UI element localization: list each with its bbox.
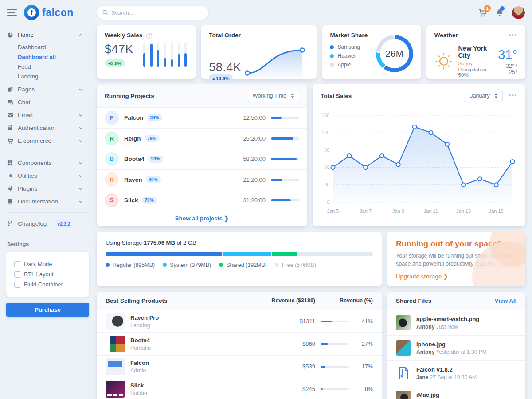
working-time-select[interactable]: Working Time bbox=[248, 90, 299, 102]
market-share-donut: 26M bbox=[376, 35, 413, 72]
code-branch-icon bbox=[6, 220, 14, 227]
chevron-down-icon bbox=[78, 174, 83, 178]
weekly-sales-badge: +3.5% bbox=[105, 59, 125, 67]
cart-button[interactable]: 1 bbox=[478, 8, 488, 18]
month-select[interactable]: January bbox=[465, 90, 502, 102]
product-progressbar bbox=[321, 388, 349, 390]
purchase-button[interactable]: Purchase bbox=[6, 303, 89, 317]
storage-summary: Using Storage 1775.06 MB of 2 GB bbox=[106, 239, 373, 246]
product-thumbnail bbox=[106, 313, 125, 330]
ellipsis-menu-icon[interactable]: ••• bbox=[509, 94, 517, 97]
sidebar-item-utilities[interactable]: Utilities bbox=[6, 169, 95, 182]
legend-dot bbox=[219, 263, 223, 267]
sidebar-item-authentication[interactable]: Authentication bbox=[6, 121, 95, 134]
app-root: f falcon Home Dashboard Dashboard alt Fe… bbox=[0, 0, 532, 399]
svg-text:90: 90 bbox=[324, 147, 329, 153]
project-row: S Slick70% 31:20:00 bbox=[97, 190, 307, 211]
top-bar: 1 bbox=[97, 0, 525, 25]
file-row[interactable]: iMac.jpg Rowen 23 Sep at 6:10 PM bbox=[387, 386, 525, 399]
sidebar-item-dashboard[interactable]: Dashboard bbox=[18, 42, 95, 52]
sidebar-item-landing[interactable]: Landing bbox=[18, 71, 95, 81]
total-order-title: Total Order bbox=[209, 32, 309, 39]
envelope-icon bbox=[6, 112, 14, 119]
file-name: Falcon v1.8.2 bbox=[416, 366, 477, 373]
upgrade-storage-link[interactable]: Upgrade storage ❯ bbox=[396, 273, 448, 280]
legend-dot bbox=[106, 263, 110, 267]
sidebar-item-feed[interactable]: Feed bbox=[18, 62, 95, 71]
show-all-projects-link[interactable]: Show all projects ❯ bbox=[175, 215, 229, 222]
product-pct: 8% bbox=[354, 386, 373, 392]
svg-text:150: 150 bbox=[321, 113, 329, 118]
product-name[interactable]: Slick bbox=[130, 382, 148, 389]
running-projects-card: Running Projects Working Time F Falcon38… bbox=[97, 84, 307, 226]
svg-text:120: 120 bbox=[321, 130, 329, 135]
legend-item: Samsung bbox=[330, 43, 368, 51]
sidebar-item-ecommerce[interactable]: E commerce bbox=[6, 134, 95, 147]
svg-text:Jan 13: Jan 13 bbox=[456, 208, 471, 214]
market-share-title: Market Share bbox=[330, 32, 368, 39]
weekly-sales-title: Weekly Sales bbox=[105, 32, 142, 39]
view-all-link[interactable]: View All bbox=[495, 297, 516, 304]
weekly-sales-card: Weekly Sales ? $47K +3.5% bbox=[97, 25, 196, 79]
legend-item: Shared (192MB) bbox=[219, 262, 267, 268]
product-name[interactable]: Boots4 bbox=[130, 337, 151, 344]
total-sales-chart: 0306090120150Jan 5Jan 7Jan 9Jan 11Jan 13… bbox=[313, 107, 525, 219]
sidebar-item-documentation[interactable]: Documentation bbox=[6, 195, 95, 208]
sidebar-item-email[interactable]: Email bbox=[6, 109, 95, 121]
product-pct: 27% bbox=[354, 341, 373, 347]
svg-text:60: 60 bbox=[324, 164, 329, 170]
sidebar-item-changelog[interactable]: Changelog v2.3.2 bbox=[6, 217, 95, 230]
search-input[interactable] bbox=[97, 5, 209, 20]
flame-icon bbox=[6, 172, 14, 179]
legend-item: Apple bbox=[330, 60, 368, 69]
project-time: 12:50:00 bbox=[243, 114, 266, 121]
sidebar-item-chat[interactable]: Chat bbox=[6, 96, 95, 109]
fluid-container-label: Fluid Container bbox=[24, 281, 63, 288]
total-order-value: 58.4K bbox=[209, 61, 241, 74]
book-icon bbox=[6, 198, 14, 205]
rtl-layout-checkbox[interactable] bbox=[14, 271, 20, 278]
svg-text:Jan 15: Jan 15 bbox=[489, 208, 504, 214]
project-progress-badge: 79% bbox=[145, 135, 160, 142]
notifications-button[interactable] bbox=[495, 8, 504, 17]
file-row[interactable]: apple-smart-watch.png Antony Just Now bbox=[387, 310, 525, 335]
middle-row: Running Projects Working Time F Falcon38… bbox=[97, 84, 525, 226]
user-avatar[interactable] bbox=[512, 6, 525, 20]
product-progressbar bbox=[321, 321, 349, 322]
sort-arrows-icon bbox=[494, 93, 498, 98]
help-icon[interactable]: ? bbox=[146, 33, 152, 39]
project-progressbar bbox=[271, 158, 299, 160]
hamburger-menu-icon[interactable] bbox=[7, 9, 17, 16]
plug-icon bbox=[6, 185, 14, 192]
sidebar-item-home[interactable]: Home bbox=[6, 28, 95, 41]
file-row[interactable]: Falcon v1.8.2 Jane 27 Sep at 10:30 AM bbox=[387, 360, 525, 386]
chevron-down-icon bbox=[78, 126, 83, 130]
sidebar-item-components[interactable]: Components bbox=[6, 156, 95, 169]
dark-mode-checkbox[interactable] bbox=[14, 261, 20, 267]
file-name: iphone.jpg bbox=[416, 341, 487, 348]
legend-item: Regular (895MB) bbox=[106, 262, 155, 268]
product-name[interactable]: Raven Pro bbox=[130, 314, 159, 321]
version-badge: v2.3.2 bbox=[54, 220, 73, 228]
lock-icon bbox=[6, 125, 14, 131]
legend-item: System (379MB) bbox=[163, 262, 211, 268]
dark-mode-label: Dark Mode bbox=[24, 261, 52, 267]
product-row: Falcon Admin $539 17% bbox=[97, 355, 382, 378]
project-avatar: R bbox=[105, 172, 119, 187]
svg-text:Jan 9: Jan 9 bbox=[392, 208, 404, 214]
ellipsis-menu-icon[interactable]: ••• bbox=[509, 34, 517, 37]
fluid-container-checkbox[interactable] bbox=[14, 282, 20, 288]
falcon-logo[interactable]: f falcon bbox=[24, 5, 74, 20]
product-name[interactable]: Falcon bbox=[130, 360, 149, 366]
legend-dot bbox=[275, 263, 279, 267]
legend-dot bbox=[330, 63, 334, 67]
file-row[interactable]: iphone.jpg Antony Yesterday at 1:30 PM bbox=[387, 335, 525, 360]
revenue-header: Revenue ($3189) bbox=[269, 297, 315, 304]
legend-dot bbox=[330, 54, 334, 58]
sidebar-item-dashboard-alt[interactable]: Dashboard alt bbox=[18, 52, 95, 62]
sidebar-item-plugins[interactable]: Plugins bbox=[6, 182, 95, 195]
project-progress-badge: 38% bbox=[147, 114, 162, 121]
chevron-down-icon bbox=[78, 87, 83, 92]
project-avatar: B bbox=[105, 152, 119, 166]
sidebar-item-pages[interactable]: Pages bbox=[6, 83, 95, 96]
